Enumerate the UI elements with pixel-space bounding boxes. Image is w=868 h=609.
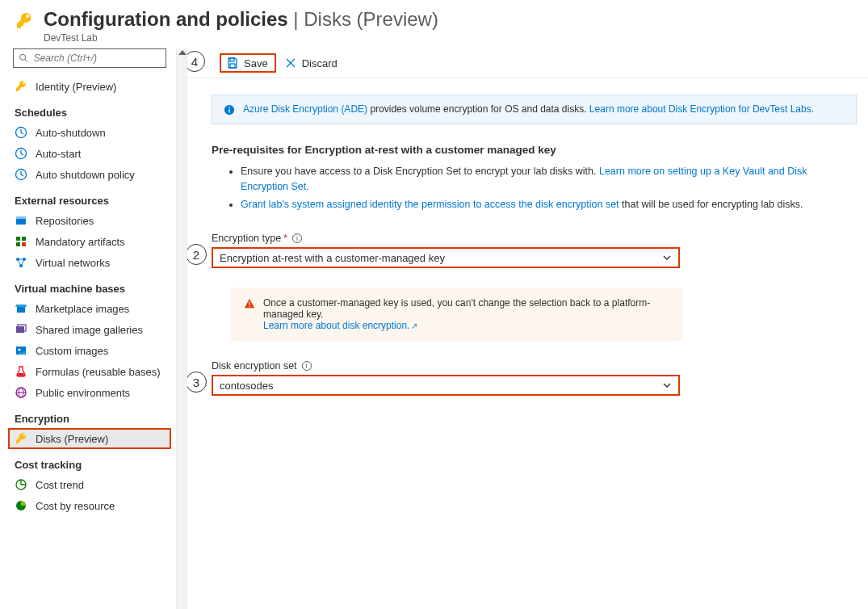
page-subtitle: DevTest Lab (44, 32, 438, 44)
nav-label: Auto-start (36, 148, 81, 160)
discard-button[interactable]: Discard (276, 53, 346, 73)
globe-icon (15, 386, 27, 399)
svg-rect-28 (249, 302, 249, 305)
nav-label: Mandatory artifacts (36, 236, 125, 248)
svg-rect-10 (22, 242, 26, 246)
ade-link[interactable]: Azure Disk Encryption (ADE) (243, 103, 367, 115)
svg-point-27 (229, 107, 230, 108)
close-icon (284, 57, 297, 69)
callout-2: 2 (187, 244, 207, 265)
svg-rect-26 (229, 109, 229, 112)
prereq-list: Ensure you have access to a Disk Encrypt… (212, 164, 857, 212)
pie-icon (15, 499, 27, 512)
svg-rect-7 (16, 237, 20, 241)
info-text: provides volume encryption for OS and da… (367, 103, 589, 115)
info-icon[interactable]: i (292, 233, 302, 243)
info-icon (224, 104, 235, 116)
search-input[interactable] (13, 48, 166, 68)
chart-icon (15, 478, 27, 491)
key-icon (15, 11, 34, 31)
svg-rect-8 (22, 237, 26, 241)
warning-text: Once a customer-managed key is used, you… (263, 297, 650, 320)
nav-label: Cost trend (36, 479, 84, 491)
sidebar-item-auto-start[interactable]: Auto-start (8, 143, 171, 164)
sidebar-item-virtual-networks[interactable]: Virtual networks (8, 252, 171, 273)
warning-icon (244, 298, 255, 309)
nav-label: Formulas (reusable bases) (36, 366, 161, 378)
nav-label: Cost by resource (36, 500, 115, 512)
nav-label: Auto-shutdown (36, 127, 106, 139)
nav-label: Custom images (36, 345, 108, 357)
select-value: contosodes (220, 380, 274, 392)
info-banner: Azure Disk Encryption (ADE) provides vol… (212, 94, 857, 124)
svg-line-1 (25, 60, 27, 62)
key-icon (15, 80, 27, 93)
sidebar-item-cost-by-resource[interactable]: Cost by resource (8, 495, 171, 516)
sidebar-item-marketplace-images[interactable]: Marketplace images (8, 298, 171, 319)
main-panel: 4 Save Discard Azure Disk Encryption (AD… (187, 48, 868, 609)
chevron-down-icon (662, 380, 672, 390)
clock-icon (15, 147, 27, 160)
save-button[interactable]: Save (220, 53, 276, 73)
warning-banner: Once a customer-managed key is used, you… (231, 288, 683, 341)
disk-encryption-set-select[interactable]: contosodes (212, 375, 680, 396)
clock-icon (15, 168, 27, 181)
scrollbar[interactable] (176, 48, 187, 609)
encryption-type-select[interactable]: Encryption at-rest with a customer-manag… (212, 247, 680, 268)
learn-more-link[interactable]: Learn more about Disk Encryption for Dev… (589, 103, 814, 115)
sidebar-item-auto-shutdown-policy[interactable]: Auto shutdown policy (8, 164, 171, 185)
sidebar-item-repositories[interactable]: Repositories (8, 210, 171, 231)
svg-point-29 (249, 306, 250, 308)
nav-label: Repositories (36, 215, 94, 227)
nav-group-schedules: Schedules (8, 97, 171, 122)
select-value: Encryption at-rest with a customer-manag… (220, 252, 445, 264)
nav-group-encryption: Encryption (8, 403, 171, 428)
des-label: Disk encryption set i (212, 360, 857, 372)
repo-icon (15, 214, 27, 227)
learn-encryption-link[interactable]: Learn more about disk encryption.↗ (263, 320, 417, 331)
sidebar-item-formulas[interactable]: Formulas (reusable bases) (8, 361, 171, 382)
nav-label: Virtual networks (36, 257, 110, 269)
chevron-down-icon (662, 253, 672, 262)
search-icon (19, 52, 29, 64)
key-icon (15, 432, 27, 445)
gallery-icon (15, 323, 27, 336)
svg-point-0 (20, 54, 26, 60)
sidebar-item-identity[interactable]: Identity (Preview) (8, 76, 171, 97)
sidebar-item-cost-trend[interactable]: Cost trend (8, 474, 171, 495)
page-header: Configuration and policies | Disks (Prev… (0, 0, 868, 48)
prereq-item: Grant lab's system assigned identity the… (241, 197, 857, 212)
callout-3: 3 (187, 372, 207, 393)
nav-label: Disks (Preview) (36, 433, 108, 445)
store-icon (15, 302, 27, 315)
sidebar-item-shared-galleries[interactable]: Shared image galleries (8, 319, 171, 340)
sidebar-item-disks-preview[interactable]: Disks (Preview) (8, 428, 171, 449)
nav-group-external: External resources (8, 185, 171, 210)
save-label: Save (244, 57, 268, 69)
sidebar-item-public-env[interactable]: Public environments (8, 382, 171, 403)
scroll-arrow-up-icon (178, 50, 187, 55)
discard-label: Discard (302, 57, 338, 69)
sidebar-item-mandatory-artifacts[interactable]: Mandatory artifacts (8, 231, 171, 252)
clock-icon (15, 126, 27, 139)
prereq-heading: Pre-requisites for Encryption at-rest wi… (212, 144, 857, 156)
prereq-item: Ensure you have access to a Disk Encrypt… (241, 164, 857, 195)
external-link-icon: ↗ (411, 321, 417, 330)
svg-rect-6 (16, 216, 26, 219)
nav-label: Identity (Preview) (36, 81, 116, 93)
svg-rect-9 (16, 242, 20, 246)
callout-4: 4 (187, 51, 205, 72)
network-icon (15, 256, 27, 269)
info-icon[interactable]: i (302, 361, 312, 371)
grant-identity-link[interactable]: Grant lab's system assigned identity the… (241, 199, 619, 210)
save-icon (226, 57, 239, 69)
sidebar: Identity (Preview) Schedules Auto-shutdo… (0, 48, 176, 609)
nav-label: Public environments (36, 387, 130, 399)
image-icon (15, 344, 27, 357)
svg-rect-24 (230, 64, 235, 68)
sidebar-item-custom-images[interactable]: Custom images (8, 340, 171, 361)
sidebar-item-auto-shutdown[interactable]: Auto-shutdown (8, 122, 171, 143)
encryption-type-label: Encryption type* i (212, 233, 857, 244)
svg-rect-23 (230, 58, 234, 61)
flask-icon (15, 365, 27, 378)
